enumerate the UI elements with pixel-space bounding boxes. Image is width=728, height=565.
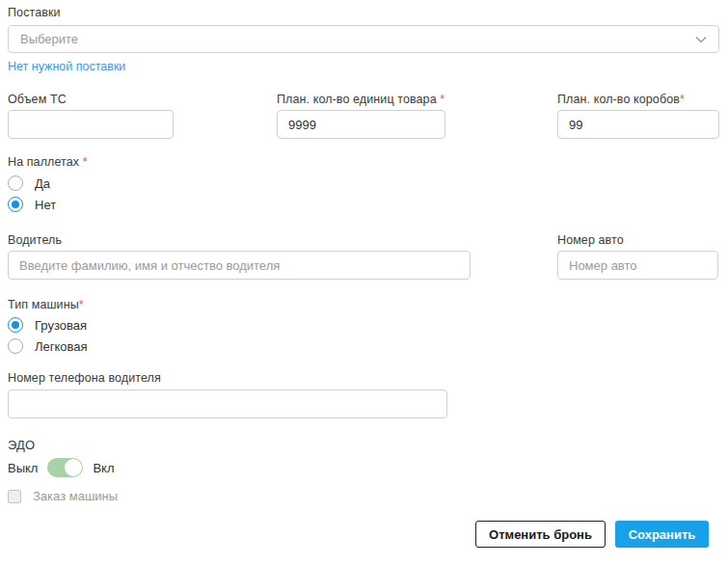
plan-units-label: План. кол-во единиц товара * [277,93,445,106]
plan-boxes-input[interactable] [557,110,719,139]
supply-select[interactable]: Выберите [8,25,719,53]
car-type-required-mark: * [79,298,84,311]
plan-units-input[interactable] [277,110,445,139]
plan-boxes-label: План. кол-во коробов* [557,93,685,106]
plan-boxes-label-text: План. кол-во коробов [557,93,680,106]
no-supply-link[interactable]: Нет нужной поставки [8,60,125,73]
car-type-option-truck[interactable]: Грузовая [8,316,87,334]
pallets-label: На паллетах * [8,155,88,169]
cancel-booking-button[interactable]: Отменить бронь [475,521,606,548]
volume-label: Объем ТС [8,93,67,106]
volume-input[interactable] [8,110,174,139]
car-type-option-car-label: Легковая [35,339,88,354]
phone-label: Номер телефона водителя [8,371,161,385]
radio-selected-icon[interactable] [8,197,23,212]
plan-boxes-required-mark: * [680,93,685,106]
radio-unselected-icon[interactable] [8,175,23,191]
pallets-option-no[interactable]: Нет [8,196,56,213]
edo-label: ЭДО [8,438,35,452]
plan-units-required-mark: * [437,93,445,106]
car-order-label: Заказ машины [33,489,118,503]
supply-select-placeholder: Выберите [20,32,695,46]
checkbox-unchecked-icon[interactable] [8,490,21,503]
car-number-label: Номер авто [557,233,624,247]
plan-units-label-text: План. кол-во единиц товара [277,93,437,106]
car-order-row: Заказ машины [8,489,118,503]
pallets-option-yes-label: Да [35,176,50,191]
pallets-required-mark: * [79,155,88,169]
driver-input[interactable] [8,251,471,280]
pallets-option-no-label: Нет [35,198,56,212]
car-number-input[interactable] [557,251,718,280]
pallets-label-text: На паллетах [8,155,79,169]
supply-label: Поставки [8,6,61,19]
pallets-option-yes[interactable]: Да [8,175,50,192]
phone-input[interactable] [8,390,447,418]
driver-label: Водитель [8,233,62,247]
chevron-down-icon [695,36,707,43]
car-type-label-text: Тип машины [8,298,79,311]
toggle-knob-icon [65,459,82,476]
edo-toggle[interactable] [47,458,83,477]
car-type-option-truck-label: Грузовая [35,318,87,333]
radio-unselected-icon[interactable] [8,338,23,354]
edo-on-label: Вкл [93,461,114,475]
save-button[interactable]: Сохранить [615,521,709,548]
edo-toggle-row: Выкл Вкл [8,458,115,477]
car-type-label: Тип машины* [8,298,84,311]
radio-selected-icon[interactable] [8,317,23,333]
edo-off-label: Выкл [8,461,38,475]
car-type-option-car[interactable]: Легковая [8,337,88,355]
